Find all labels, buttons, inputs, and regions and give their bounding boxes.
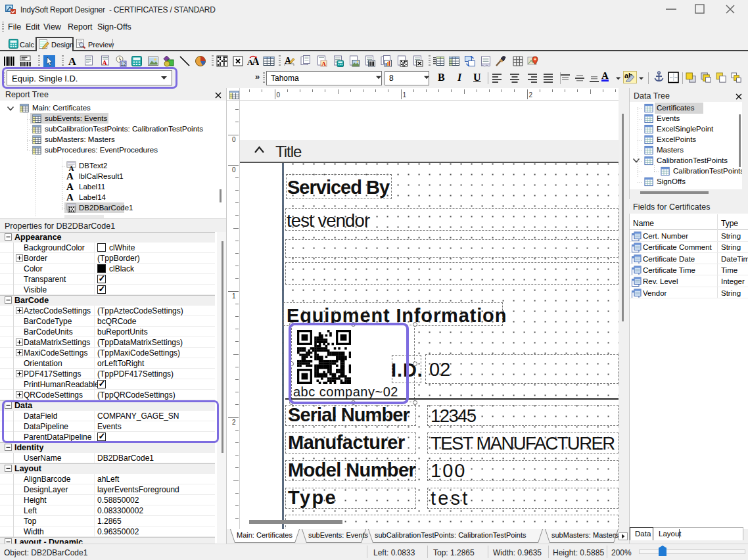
svg-text:12: 12	[121, 62, 126, 66]
svg-text:A: A	[102, 59, 107, 66]
svg-text:A: A	[321, 60, 326, 67]
svg-text:A: A	[68, 55, 77, 67]
